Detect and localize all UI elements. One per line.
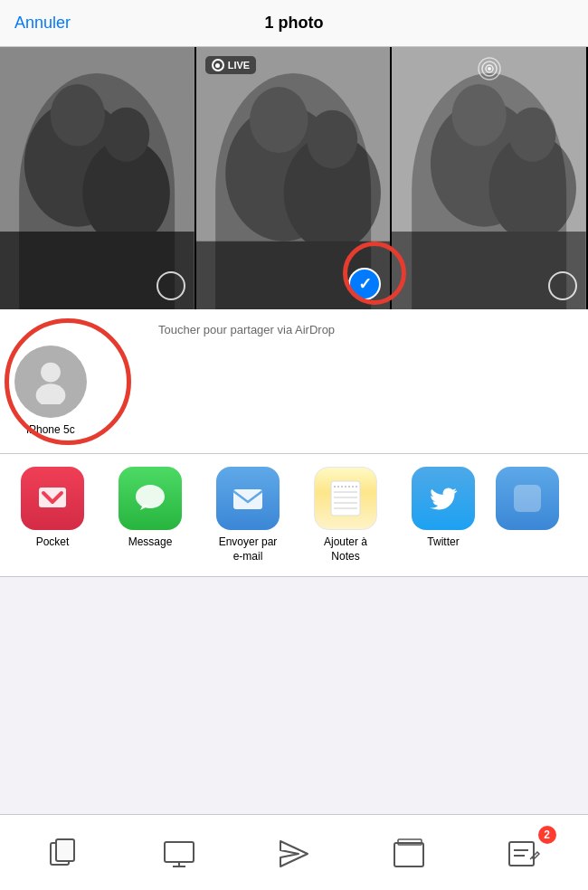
svg-point-16: [509, 108, 556, 162]
twitter-label: Twitter: [427, 535, 459, 550]
action-send[interactable]: [267, 828, 321, 877]
live-badge: LIVE: [205, 56, 256, 74]
svg-rect-43: [509, 842, 534, 866]
svg-point-8: [283, 135, 380, 251]
share-app-pocket[interactable]: Pocket: [7, 467, 98, 563]
checkmark-icon: ✓: [358, 274, 372, 294]
photo-strip: LIVE ✓: [0, 47, 588, 309]
svg-point-14: [489, 135, 577, 241]
pocket-app-icon: [21, 467, 84, 530]
concentric-live-icon: [477, 56, 502, 81]
svg-rect-37: [165, 842, 194, 862]
share-app-message[interactable]: Message: [105, 467, 195, 563]
device-name: iPhone 5c: [26, 423, 74, 436]
svg-point-25: [136, 485, 165, 508]
svg-point-23: [36, 383, 66, 404]
edit-badge: 2: [538, 826, 556, 844]
svg-point-21: [488, 67, 491, 71]
selection-circle-1[interactable]: [156, 271, 185, 300]
photo-bg-1: [0, 47, 194, 309]
svg-point-15: [452, 84, 507, 147]
photo-bg-3: [392, 47, 586, 309]
svg-rect-41: [394, 843, 423, 866]
share-app-email[interactable]: Envoyer pare-mail: [203, 467, 293, 563]
svg-point-2: [82, 139, 170, 246]
svg-point-10: [307, 110, 357, 168]
share-app-notes[interactable]: Ajouter àNotes: [300, 467, 391, 563]
action-row: 2: [0, 814, 588, 890]
extra-app-icon: [496, 467, 559, 530]
svg-rect-27: [233, 489, 262, 509]
photo-item-3[interactable]: [392, 47, 588, 309]
pocket-label: Pocket: [36, 535, 70, 550]
svg-point-9: [250, 87, 308, 153]
live-label: LIVE: [228, 60, 250, 71]
email-app-icon: [216, 467, 280, 530]
airdrop-devices: iPhone 5c: [0, 346, 119, 436]
notes-label: Ajouter àNotes: [324, 535, 367, 563]
slideshow-icon: [152, 828, 206, 877]
action-edit[interactable]: 2: [497, 828, 551, 877]
twitter-app-icon: [412, 467, 475, 530]
svg-rect-24: [39, 488, 66, 507]
message-app-icon: [119, 467, 182, 530]
svg-rect-0: [0, 47, 194, 309]
photo-item-2[interactable]: LIVE ✓: [196, 47, 393, 309]
live-dot-icon: [212, 59, 224, 71]
action-copy[interactable]: [37, 828, 91, 877]
airdrop-label: Toucher pour partager via AirDrop: [158, 323, 335, 336]
live-dot-inner: [215, 63, 220, 68]
svg-point-13: [431, 100, 537, 227]
nav-bar: Annuler 1 photo: [0, 0, 588, 47]
notes-app-icon: [314, 467, 377, 530]
photo-item-1[interactable]: [0, 47, 196, 309]
svg-point-1: [24, 100, 131, 227]
svg-marker-40: [280, 841, 308, 866]
selection-circle-3[interactable]: [548, 271, 577, 300]
action-slideshow[interactable]: [152, 828, 206, 877]
share-app-extra[interactable]: [496, 467, 559, 563]
email-label: Envoyer pare-mail: [219, 535, 278, 563]
svg-rect-36: [56, 839, 74, 861]
share-app-twitter[interactable]: Twitter: [398, 467, 488, 563]
svg-line-46: [530, 857, 532, 859]
photos-icon: [382, 828, 436, 877]
svg-point-4: [103, 108, 150, 162]
airdrop-section: Toucher pour partager via AirDrop iPhone…: [0, 309, 588, 454]
airdrop-device-iphone5c[interactable]: iPhone 5c: [14, 346, 87, 436]
svg-point-7: [225, 105, 342, 241]
message-label: Message: [128, 535, 173, 550]
share-apps-row: Pocket Message Envoyer pare-mail: [0, 454, 588, 577]
send-icon: [267, 828, 321, 877]
action-photos[interactable]: [382, 828, 436, 877]
cancel-button[interactable]: Annuler: [14, 14, 71, 33]
nav-title: 1 photo: [265, 14, 324, 33]
svg-point-3: [51, 84, 105, 147]
edit-icon: 2: [497, 828, 551, 877]
svg-point-22: [41, 363, 61, 383]
copy-icon: [37, 828, 91, 877]
svg-rect-12: [392, 47, 586, 309]
device-avatar: [14, 346, 87, 418]
svg-rect-34: [514, 485, 541, 512]
